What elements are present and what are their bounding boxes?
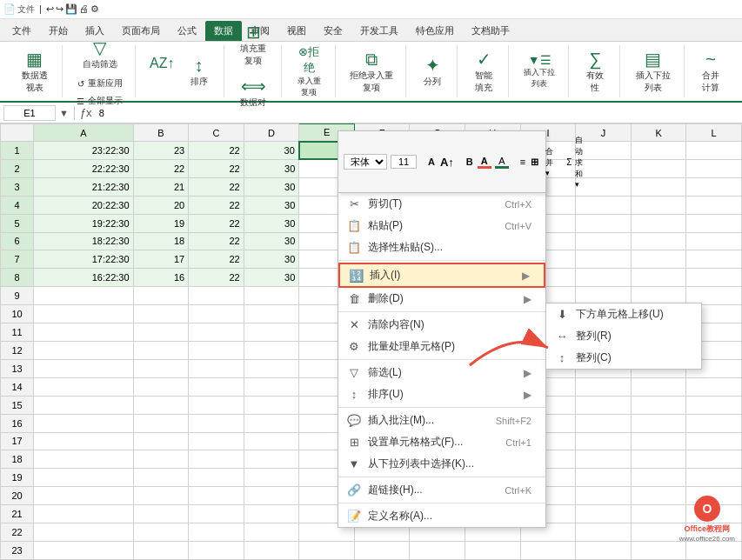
cell-4C[interactable]: 22 bbox=[189, 196, 244, 214]
cell-11C[interactable] bbox=[189, 323, 244, 342]
cell-8K[interactable] bbox=[631, 269, 686, 287]
col-header-D[interactable]: D bbox=[244, 124, 299, 142]
context-insert[interactable]: 🔢 插入(I) ▶ bbox=[338, 263, 545, 288]
context-paste[interactable]: 📋 粘贴(P) Ctrl+V bbox=[338, 215, 545, 237]
cell-9C[interactable] bbox=[189, 287, 244, 305]
cell-19A[interactable] bbox=[34, 469, 133, 487]
cell-19J[interactable] bbox=[576, 469, 632, 487]
cell-15K[interactable] bbox=[631, 396, 686, 414]
context-picklist[interactable]: ▼ 从下拉列表中选择(K)... bbox=[338, 453, 545, 475]
cell-18A[interactable] bbox=[34, 450, 133, 469]
context-definename[interactable]: 📝 定义名称(A)... bbox=[338, 505, 545, 527]
row-header-22[interactable]: 22 bbox=[1, 523, 34, 542]
cell-18B[interactable] bbox=[133, 450, 189, 469]
cell-15C[interactable] bbox=[189, 396, 244, 414]
cell-10B[interactable] bbox=[133, 305, 189, 323]
cell-12D[interactable] bbox=[244, 341, 299, 359]
submenu-col[interactable]: ↕ 整列(C) bbox=[546, 347, 701, 369]
submenu-shift-down[interactable]: ⬇ 下方单元格上移(U) bbox=[546, 303, 701, 325]
cell-21B[interactable] bbox=[133, 505, 189, 523]
context-batch[interactable]: ⚙ 批量处理单元格(P) bbox=[338, 336, 545, 357]
cell-18J[interactable] bbox=[576, 450, 632, 469]
save-icon[interactable]: 💾 bbox=[65, 3, 77, 16]
cell-21J[interactable] bbox=[576, 505, 632, 523]
context-paste-special[interactable]: 📋 选择性粘贴(S)... bbox=[338, 237, 545, 258]
formula-input[interactable] bbox=[96, 106, 739, 120]
col-header-A[interactable]: A bbox=[34, 124, 133, 142]
pivot-button[interactable]: ▦ 数据透视表 bbox=[14, 45, 55, 97]
col-header-B[interactable]: B bbox=[133, 124, 189, 142]
row-header-3[interactable]: 3 bbox=[1, 177, 34, 196]
col-header-L[interactable]: L bbox=[686, 124, 742, 142]
cell-9B[interactable] bbox=[133, 287, 189, 305]
cell-1D[interactable]: 30 bbox=[244, 142, 299, 160]
cell-3C[interactable]: 22 bbox=[189, 177, 244, 196]
reapply-button[interactable]: ↺ 重新应用 bbox=[72, 76, 128, 91]
row-header-21[interactable]: 21 bbox=[1, 505, 34, 523]
row-header-6[interactable]: 6 bbox=[1, 232, 34, 250]
cell-21A[interactable] bbox=[34, 505, 133, 523]
cell-20C[interactable] bbox=[189, 487, 244, 505]
tab-special[interactable]: 特色应用 bbox=[407, 21, 463, 41]
cell-9D[interactable] bbox=[244, 287, 299, 305]
row-header-2[interactable]: 2 bbox=[1, 159, 34, 177]
fill-button[interactable]: ⊞ 填充重复项 bbox=[233, 18, 274, 70]
cell-5K[interactable] bbox=[631, 214, 686, 232]
cell-16L[interactable] bbox=[686, 414, 742, 432]
cell-6C[interactable]: 22 bbox=[189, 232, 244, 250]
cell-22B[interactable] bbox=[133, 523, 189, 542]
context-hyperlink[interactable]: 🔗 超链接(H)... Ctrl+K bbox=[338, 479, 545, 501]
cell-20D[interactable] bbox=[244, 487, 299, 505]
cell-1B[interactable]: 23 bbox=[133, 142, 189, 160]
cell-3J[interactable] bbox=[576, 177, 632, 196]
split-button[interactable]: ⧉ 拒绝录入重复项 bbox=[344, 46, 398, 97]
cell-7D[interactable]: 30 bbox=[244, 250, 299, 269]
cell-2A[interactable]: 22:22:30 bbox=[34, 159, 133, 177]
cell-23F[interactable] bbox=[354, 541, 410, 559]
row-header-10[interactable]: 10 bbox=[1, 305, 34, 323]
cell-15B[interactable] bbox=[133, 396, 189, 414]
sort-az-button[interactable]: AZ↑ bbox=[144, 52, 179, 91]
cell-6B[interactable]: 18 bbox=[133, 232, 189, 250]
cell-reference-input[interactable] bbox=[3, 105, 56, 121]
cell-10D[interactable] bbox=[244, 305, 299, 323]
cell-16C[interactable] bbox=[189, 414, 244, 432]
function-icon[interactable]: ƒx bbox=[80, 106, 92, 119]
cell-15A[interactable] bbox=[34, 396, 133, 414]
cell-7J[interactable] bbox=[576, 250, 632, 269]
cell-8L[interactable] bbox=[686, 269, 742, 287]
row-header-9[interactable]: 9 bbox=[1, 287, 34, 305]
mini-bold-button[interactable]: A bbox=[427, 153, 436, 170]
cell-23J[interactable] bbox=[576, 541, 632, 559]
simulate-button[interactable]: ~ 合并计算 bbox=[693, 46, 728, 97]
valid-button[interactable]: ✓ 智能填充 bbox=[466, 45, 501, 97]
col-header-J[interactable]: J bbox=[576, 124, 632, 142]
cell-21K[interactable] bbox=[631, 505, 686, 523]
tab-file[interactable]: 文件 bbox=[3, 21, 40, 41]
cell-17K[interactable] bbox=[631, 432, 686, 450]
cell-7C[interactable]: 22 bbox=[189, 250, 244, 269]
cell-5C[interactable]: 22 bbox=[189, 214, 244, 232]
cell-22K[interactable] bbox=[631, 523, 686, 542]
cell-5A[interactable]: 19:22:30 bbox=[34, 214, 133, 232]
cell-16A[interactable] bbox=[34, 414, 133, 432]
mini-bold-b-button[interactable]: B bbox=[465, 153, 474, 170]
mini-highlight-color-button[interactable]: A bbox=[495, 153, 509, 170]
cell-23L[interactable] bbox=[686, 541, 742, 559]
cell-2J[interactable] bbox=[576, 159, 632, 177]
cell-3L[interactable] bbox=[686, 177, 742, 196]
cell-6D[interactable]: 30 bbox=[244, 232, 299, 250]
cell-12C[interactable] bbox=[189, 341, 244, 359]
row-header-11[interactable]: 11 bbox=[1, 323, 34, 342]
cell-2C[interactable]: 22 bbox=[189, 159, 244, 177]
autofilter-button[interactable]: ▽ 自动筛选 bbox=[77, 34, 123, 74]
cell-16J[interactable] bbox=[576, 414, 632, 432]
context-cut[interactable]: ✂ 剪切(T) Ctrl+X bbox=[338, 193, 545, 215]
cell-14L[interactable] bbox=[686, 377, 742, 396]
mini-fontsize-up-button[interactable]: A↑ bbox=[439, 153, 455, 170]
cell-3K[interactable] bbox=[631, 177, 686, 196]
cell-15L[interactable] bbox=[686, 396, 742, 414]
cell-8D[interactable]: 30 bbox=[244, 269, 299, 287]
cell-14A[interactable] bbox=[34, 377, 133, 396]
cell-18K[interactable] bbox=[631, 450, 686, 469]
